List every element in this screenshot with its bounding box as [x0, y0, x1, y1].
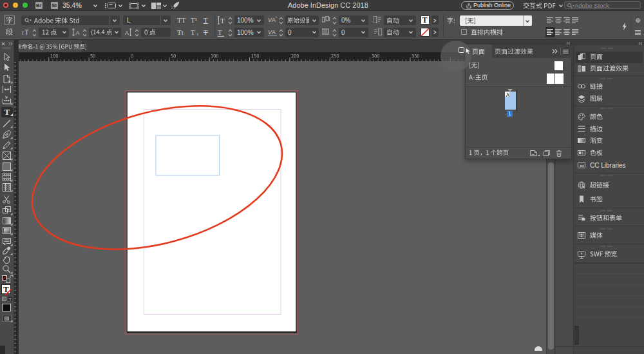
svg-text:T: T: [218, 28, 222, 36]
svg-text:T: T: [24, 28, 29, 35]
svg-text:A: A: [272, 29, 276, 35]
svg-text:A: A: [125, 30, 129, 36]
svg-text:A: A: [76, 30, 80, 36]
svg-text:A: A: [272, 17, 276, 23]
svg-text:T: T: [220, 17, 225, 25]
